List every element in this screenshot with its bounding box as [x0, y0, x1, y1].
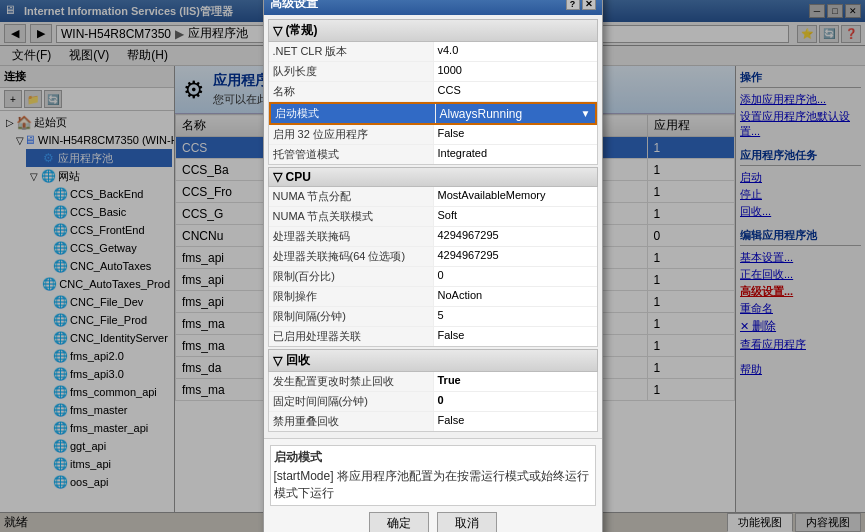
modal-description: 启动模式 [startMode] 将应用程序池配置为在按需运行模式或始终运行模式… [270, 445, 596, 506]
label-name: 名称 [269, 82, 434, 101]
label-disable-overlap: 禁用重叠回收 [269, 412, 434, 431]
modal-title: 高级设置 [270, 0, 318, 12]
startmode-dropdown-arrow[interactable]: ▼ [581, 108, 591, 119]
section-recycle-header[interactable]: ▽ 回收 [268, 349, 598, 372]
section-cpu-title: CPU [286, 170, 311, 184]
value-fixed-interval: 0 [434, 392, 597, 411]
modal-row-pipeline: 托管管道模式 Integrated [269, 145, 597, 164]
modal-cancel-button[interactable]: 取消 [437, 512, 497, 532]
value-proc-mask64: 4294967295 [434, 247, 597, 266]
value-limit-action: NoAction [434, 287, 597, 306]
section-general-title: (常规) [286, 22, 318, 39]
modal-title-bar: 高级设置 ? ✕ [264, 0, 602, 15]
value-limit-interval: 5 [434, 307, 597, 326]
modal-row-disable-overlap: 禁用重叠回收 False [269, 412, 597, 431]
value-disable-overlap: False [434, 412, 597, 431]
modal-row-limit-action: 限制操作 NoAction [269, 287, 597, 307]
value-disable-recycle: True [434, 372, 597, 391]
modal-row-proc-mask64: 处理器关联掩码(64 位选项) 4294967295 [269, 247, 597, 267]
modal-row-numa-mode: NUMA 节点关联模式 Soft [269, 207, 597, 227]
label-limit-interval: 限制间隔(分钟) [269, 307, 434, 326]
modal-row-startmode[interactable]: 启动模式 AlwaysRunning ▼ [269, 102, 597, 125]
label-numa-mode: NUMA 节点关联模式 [269, 207, 434, 226]
label-pipeline: 托管管道模式 [269, 145, 434, 164]
modal-title-buttons: ? ✕ [566, 0, 596, 10]
modal-row-proc-affinity: 已启用处理器关联 False [269, 327, 597, 346]
value-startmode: AlwaysRunning ▼ [436, 104, 595, 123]
modal-row-proc-mask: 处理器关联掩码 4294967295 [269, 227, 597, 247]
value-pipeline: Integrated [434, 145, 597, 164]
modal-section-recycle: ▽ 回收 发生配置更改时禁止回收 True 固定时间间隔(分钟) 0 禁用重叠回… [268, 349, 598, 432]
modal-section-general: ▽ (常规) .NET CLR 版本 v4.0 队列长度 1000 名称 CCS [268, 19, 598, 165]
value-numa-mode: Soft [434, 207, 597, 226]
modal-desc-title: 启动模式 [274, 449, 592, 466]
section-cpu-header[interactable]: ▽ CPU [268, 167, 598, 187]
label-clr: .NET CLR 版本 [269, 42, 434, 61]
modal-ok-button[interactable]: 确定 [369, 512, 429, 532]
modal-row-numa-alloc: NUMA 节点分配 MostAvailableMemory [269, 187, 597, 207]
value-numa-alloc: MostAvailableMemory [434, 187, 597, 206]
section-recycle-title: 回收 [286, 352, 310, 369]
value-proc-mask: 4294967295 [434, 227, 597, 246]
label-proc-mask: 处理器关联掩码 [269, 227, 434, 246]
label-startmode: 启动模式 [271, 104, 436, 123]
label-limit-action: 限制操作 [269, 287, 434, 306]
label-fixed-interval: 固定时间间隔(分钟) [269, 392, 434, 411]
section-general-arrow: ▽ [273, 24, 282, 38]
value-limit-pct: 0 [434, 267, 597, 286]
label-32bit: 启用 32 位应用程序 [269, 125, 434, 144]
modal-desc-text: [startMode] 将应用程序池配置为在按需运行模式或始终运行模式下运行 [274, 468, 592, 502]
label-limit-pct: 限制(百分比) [269, 267, 434, 286]
modal-body[interactable]: ▽ (常规) .NET CLR 版本 v4.0 队列长度 1000 名称 CCS [264, 15, 602, 438]
modal-footer-buttons: 确定 取消 [270, 512, 596, 532]
section-general-body: .NET CLR 版本 v4.0 队列长度 1000 名称 CCS 启动模式 [268, 42, 598, 165]
modal-row-name: 名称 CCS [269, 82, 597, 102]
modal-footer: 启动模式 [startMode] 将应用程序池配置为在按需运行模式或始终运行模式… [264, 438, 602, 532]
modal-section-cpu: ▽ CPU NUMA 节点分配 MostAvailableMemory NUMA… [268, 167, 598, 347]
modal-row-clr: .NET CLR 版本 v4.0 [269, 42, 597, 62]
label-queue: 队列长度 [269, 62, 434, 81]
label-numa-alloc: NUMA 节点分配 [269, 187, 434, 206]
modal-row-limit-pct: 限制(百分比) 0 [269, 267, 597, 287]
value-clr: v4.0 [434, 42, 597, 61]
advanced-settings-modal: 高级设置 ? ✕ ▽ (常规) .NET CLR 版本 v4.0 [263, 0, 603, 532]
modal-help-button[interactable]: ? [566, 0, 580, 10]
value-name: CCS [434, 82, 597, 101]
value-queue: 1000 [434, 62, 597, 81]
modal-close-button[interactable]: ✕ [582, 0, 596, 10]
modal-row-disable-recycle: 发生配置更改时禁止回收 True [269, 372, 597, 392]
section-recycle-body: 发生配置更改时禁止回收 True 固定时间间隔(分钟) 0 禁用重叠回收 Fal… [268, 372, 598, 432]
modal-row-32bit: 启用 32 位应用程序 False [269, 125, 597, 145]
value-32bit: False [434, 125, 597, 144]
modal-row-limit-interval: 限制间隔(分钟) 5 [269, 307, 597, 327]
section-recycle-arrow: ▽ [273, 354, 282, 368]
section-cpu-arrow: ▽ [273, 170, 282, 184]
label-proc-affinity: 已启用处理器关联 [269, 327, 434, 346]
section-cpu-body: NUMA 节点分配 MostAvailableMemory NUMA 节点关联模… [268, 187, 598, 347]
modal-row-queue: 队列长度 1000 [269, 62, 597, 82]
modal-row-fixed-interval: 固定时间间隔(分钟) 0 [269, 392, 597, 412]
section-general-header[interactable]: ▽ (常规) [268, 19, 598, 42]
label-disable-recycle: 发生配置更改时禁止回收 [269, 372, 434, 391]
label-proc-mask64: 处理器关联掩码(64 位选项) [269, 247, 434, 266]
modal-overlay: 高级设置 ? ✕ ▽ (常规) .NET CLR 版本 v4.0 [0, 0, 865, 532]
value-proc-affinity: False [434, 327, 597, 346]
